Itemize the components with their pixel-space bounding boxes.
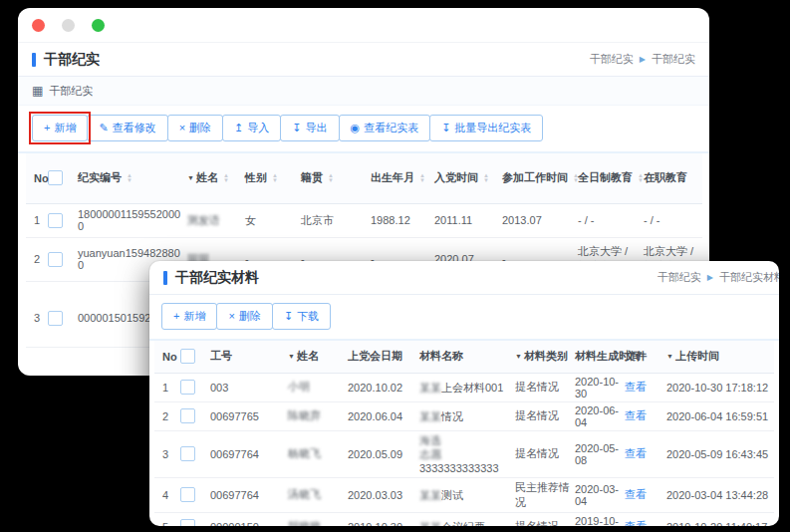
select-all-checkbox[interactable] bbox=[180, 349, 195, 364]
upload-icon: ↥ bbox=[234, 123, 243, 133]
column-header-birth[interactable]: 出生年月▲▼ bbox=[371, 153, 434, 203]
header-text: No bbox=[34, 172, 49, 184]
plus-icon: + bbox=[173, 311, 179, 322]
download-button[interactable]: ↧下载 bbox=[272, 303, 331, 330]
cell-upload_time: 2020-06-04 16:59:51 bbox=[666, 401, 774, 430]
cell-text: 测发语 bbox=[187, 214, 220, 226]
header-label: No bbox=[34, 172, 49, 184]
column-header-name[interactable]: ▼姓名▲▼ bbox=[187, 153, 245, 203]
sort-caret-icon[interactable]: ▲▼ bbox=[272, 173, 278, 183]
header-text: 材料类别 bbox=[524, 349, 568, 364]
table-row: 1003小明2020.10.02某某上会材料001提名情况2020-10-30查… bbox=[154, 373, 774, 401]
column-header-upload_time[interactable]: ▼上传时间 bbox=[666, 341, 774, 373]
sort-caret-icon[interactable]: ▲▼ bbox=[223, 173, 229, 183]
breadcrumb-item[interactable]: 干部纪实 bbox=[590, 52, 634, 67]
select-all-checkbox[interactable] bbox=[48, 170, 63, 185]
cell-gen_date: 2019-10-29 bbox=[575, 512, 625, 526]
view-record-table-button[interactable]: ◉查看纪实表 bbox=[339, 115, 431, 141]
add-button[interactable]: +新增 bbox=[161, 303, 217, 330]
view-file-link[interactable]: 查看 bbox=[625, 488, 647, 500]
header-label: 上党会日期 bbox=[348, 349, 402, 364]
filter-icon[interactable]: ▼ bbox=[515, 353, 522, 360]
sort-caret-icon[interactable]: ▲▼ bbox=[419, 173, 425, 183]
page-header: 干部纪实 干部纪实▶干部纪实 bbox=[18, 43, 709, 77]
column-header-onjob_edu: 在职教育 bbox=[644, 153, 702, 203]
delete-button[interactable]: ×删除 bbox=[216, 303, 272, 330]
header-label: 纪实编号▲▼ bbox=[78, 170, 132, 185]
row-checkbox[interactable] bbox=[180, 519, 195, 526]
header-label: ▼上传时间 bbox=[666, 349, 719, 364]
breadcrumb: 干部纪实▶干部纪实 bbox=[590, 43, 695, 76]
cell-category: 提名情况 bbox=[515, 430, 575, 477]
cell-job_id: 00000150 bbox=[210, 512, 288, 526]
row-checkbox[interactable] bbox=[48, 252, 63, 267]
select-all-header[interactable] bbox=[180, 341, 210, 373]
select-all-header[interactable] bbox=[48, 153, 78, 203]
cell-gen_date: 2020-05-08 bbox=[575, 430, 625, 477]
breadcrumb-item[interactable]: 干部纪实材料 bbox=[719, 270, 779, 285]
button-label: 导入 bbox=[247, 121, 269, 135]
column-header-native_place[interactable]: 籍贯▲▼ bbox=[301, 153, 371, 203]
cell-category: 民主推荐情况 bbox=[515, 477, 575, 512]
cell-file: 查看 bbox=[625, 477, 666, 512]
view-file-link[interactable]: 查看 bbox=[625, 409, 647, 421]
cell-gen_date: 2020-10-30 bbox=[575, 373, 625, 401]
column-header-work_start[interactable]: 参加工作时间▲▼ bbox=[502, 153, 578, 203]
breadcrumb-item[interactable]: 干部纪实 bbox=[658, 270, 701, 285]
cell-text: 2 bbox=[34, 253, 40, 265]
cell-no: 2 bbox=[154, 401, 180, 430]
close-traffic-light[interactable] bbox=[32, 19, 45, 32]
row-checkbox[interactable] bbox=[180, 446, 195, 461]
filter-icon[interactable]: ▼ bbox=[187, 174, 194, 181]
view-file-link[interactable]: 查看 bbox=[625, 520, 647, 526]
cell-upload_time: 2020-03-04 13:44:28 bbox=[666, 477, 774, 512]
cell-text: 女 bbox=[245, 214, 256, 226]
table-grid-icon: ▦ bbox=[32, 84, 43, 98]
export-button[interactable]: ↧导出 bbox=[280, 115, 339, 141]
cell-cb bbox=[180, 512, 210, 526]
delete-button[interactable]: ×删除 bbox=[167, 115, 223, 141]
maximize-traffic-light[interactable] bbox=[92, 19, 105, 32]
row-checkbox[interactable] bbox=[48, 213, 63, 228]
add-button[interactable]: +新增 bbox=[32, 115, 88, 141]
cell-material: 某某会议纪要 bbox=[419, 512, 515, 526]
minimize-traffic-light[interactable] bbox=[62, 19, 75, 32]
column-header-category[interactable]: ▼材料类别 bbox=[515, 341, 575, 373]
view-edit-button[interactable]: ✎查看修改 bbox=[87, 115, 167, 141]
cell-text: 提名情况 bbox=[515, 409, 559, 421]
cell-no: 1 bbox=[26, 203, 48, 237]
cell-no: 1 bbox=[154, 373, 180, 401]
batch-export-button[interactable]: ↧批量导出纪实表 bbox=[429, 115, 543, 141]
column-header-record_id[interactable]: 纪实编号▲▼ bbox=[78, 153, 187, 203]
breadcrumb-item[interactable]: 干部纪实 bbox=[652, 52, 695, 67]
column-header-party_join[interactable]: 入党时间▲▼ bbox=[434, 153, 502, 203]
column-header-fulltime_edu[interactable]: 全日制教育▲▼ bbox=[578, 153, 644, 203]
row-checkbox[interactable] bbox=[180, 408, 195, 423]
material-name-line: 某某上会材料001 bbox=[419, 381, 511, 395]
sort-caret-icon[interactable]: ▲▼ bbox=[127, 173, 132, 183]
import-button[interactable]: ↥导入 bbox=[222, 115, 281, 141]
view-file-link[interactable]: 查看 bbox=[625, 447, 647, 459]
column-header-gender[interactable]: 性别▲▼ bbox=[245, 153, 301, 203]
breadcrumb: 干部纪实▶干部纪实材料 bbox=[658, 261, 779, 294]
material-name-line: 海选 bbox=[419, 433, 511, 447]
sort-caret-icon[interactable]: ▲▼ bbox=[483, 173, 489, 183]
header-text: 材料名称 bbox=[419, 349, 463, 364]
header-label: 参加工作时间▲▼ bbox=[502, 170, 579, 185]
cell-text: 2020.06.04 bbox=[348, 410, 402, 422]
x-icon: × bbox=[228, 311, 234, 322]
sort-caret-icon[interactable]: ▲▼ bbox=[328, 173, 334, 183]
filter-icon[interactable]: ▼ bbox=[666, 353, 673, 360]
header-label: ▼姓名▲▼ bbox=[187, 170, 229, 185]
cell-category: 提名情况 bbox=[515, 401, 575, 430]
material-name-segment: 志愿 bbox=[419, 448, 441, 460]
titlebar bbox=[18, 8, 709, 43]
row-checkbox[interactable] bbox=[180, 487, 195, 502]
column-header-name[interactable]: ▼姓名 bbox=[288, 341, 348, 373]
filter-icon[interactable]: ▼ bbox=[288, 353, 295, 360]
view-file-link[interactable]: 查看 bbox=[625, 381, 647, 393]
header-label: 籍贯▲▼ bbox=[301, 170, 334, 185]
row-checkbox[interactable] bbox=[48, 311, 63, 326]
cell-text: 2020.05.09 bbox=[348, 448, 402, 460]
row-checkbox[interactable] bbox=[180, 380, 195, 395]
